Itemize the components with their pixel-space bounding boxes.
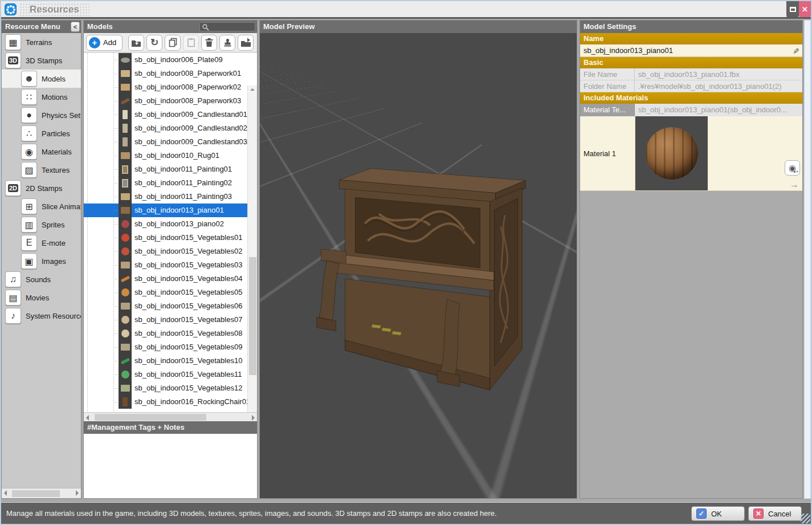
hscroll-thumb[interactable]: [95, 414, 206, 421]
motions-icon: ∷: [21, 89, 37, 105]
model-list-item[interactable]: sb_obj_indoor010_Rug01: [84, 149, 247, 162]
apply-material-button[interactable]: ◉↩: [785, 160, 800, 176]
ok-button[interactable]: ✓ OK: [691, 506, 745, 521]
model-list-item[interactable]: sb_obj_indoor015_Vegetables01: [84, 231, 247, 245]
model-list-item[interactable]: sb_obj_indoor013_piano01: [84, 204, 247, 217]
sidebar-item-system-resources[interactable]: ♪System Resources: [2, 307, 81, 325]
settings-scrollbar-track[interactable]: [804, 20, 811, 499]
model-list-item[interactable]: sb_obj_indoor011_Painting02: [84, 176, 247, 190]
piano-model[interactable]: [260, 33, 577, 498]
model-list-item[interactable]: sb_obj_indoor015_Vegetables05: [84, 286, 247, 299]
model-list-item[interactable]: sb_obj_indoor008_Paperwork03: [84, 94, 247, 108]
stamp-button[interactable]: [219, 35, 235, 51]
sidebar-item-motions[interactable]: ∷Motions: [2, 88, 81, 106]
vscroll-thumb[interactable]: [249, 257, 256, 375]
thumbnail-shape: [123, 124, 128, 133]
model-list-hscrollbar[interactable]: [84, 412, 257, 421]
model-list-vscrollbar[interactable]: [247, 86, 257, 412]
file-name-row: File Name sb_obj_indoor013_piano01.fbx: [580, 68, 802, 80]
thumbnail-shape: [121, 316, 129, 324]
model-list-item[interactable]: sb_obj_indoor009_Candlestand01: [84, 108, 247, 121]
sidebar-item-sprites[interactable]: ▥Sprites: [2, 215, 81, 234]
sounds-icon: ♫: [5, 271, 21, 287]
model-list-item[interactable]: sb_obj_indoor009_Candlestand02: [84, 121, 247, 135]
scroll-left-icon[interactable]: [86, 415, 89, 421]
sidebar-item-label: Images: [42, 257, 66, 266]
model-preview-viewport[interactable]: [260, 33, 577, 498]
sidebar-item-particles[interactable]: ∴Particles: [2, 124, 81, 143]
material-1-preview[interactable]: [635, 116, 708, 190]
sidebar-item-label: Sprites: [42, 221, 64, 229]
model-list-item[interactable]: sb_obj_indoor015_Vegetables03: [84, 258, 247, 272]
search-input[interactable]: [199, 22, 255, 31]
sidebar-item-label: E-mote: [42, 239, 66, 247]
model-list-item[interactable]: sb_obj_indoor016_RockingChair01: [84, 395, 247, 409]
resource-menu-panel: Resource Menu < ▦Terrains3D3D Stamps☻Mod…: [1, 20, 81, 499]
edit-pen-icon[interactable]: ✎: [793, 45, 799, 58]
resize-grip[interactable]: [801, 514, 810, 523]
maximize-button[interactable]: [786, 1, 799, 18]
slice-animations-icon: ⊞: [21, 198, 37, 214]
model-name-field[interactable]: sb_obj_indoor013_piano01 ✎: [580, 44, 802, 57]
sidebar-item-materials[interactable]: ◉Materials: [2, 143, 81, 161]
sidebar-item-3d-stamps[interactable]: 3D3D Stamps: [2, 51, 81, 70]
sidebar-item-movies[interactable]: ▤Movies: [2, 288, 81, 307]
model-list-item[interactable]: sb_obj_indoor015_Vegetables04: [84, 272, 247, 286]
collapse-sidebar-button[interactable]: <: [71, 22, 80, 32]
model-list-item[interactable]: sb_obj_indoor015_Vegetables09: [84, 340, 247, 354]
model-list-item[interactable]: sb_obj_indoor015_Vegetables10: [84, 354, 247, 368]
model-list-item[interactable]: sb_obj_indoor015_Vegetables11: [84, 368, 247, 381]
model-list-item[interactable]: sb_obj_indoor015_Vegetables08: [84, 327, 247, 340]
titlebar[interactable]: Resources ✕: [1, 1, 811, 17]
scroll-up-icon[interactable]: [250, 88, 255, 91]
sidebar-item-physics-settings[interactable]: ●Physics Settings: [2, 106, 81, 124]
scroll-right-icon[interactable]: [76, 490, 79, 496]
maximize-icon: [790, 7, 796, 12]
sidebar-hscrollbar[interactable]: [2, 488, 81, 498]
refresh-button[interactable]: ↻: [146, 35, 162, 51]
tree-connector: [84, 231, 119, 245]
sidebar-item-e-mote[interactable]: EE-mote: [2, 234, 81, 252]
model-list-item[interactable]: sb_obj_indoor011_Painting01: [84, 162, 247, 176]
sidebar-item-models[interactable]: ☻Models: [2, 70, 81, 88]
model-list-item[interactable]: sb_obj_indoor008_Paperwork01: [84, 67, 247, 80]
tree-connector: [84, 135, 119, 149]
copy-button[interactable]: [165, 35, 181, 51]
content-area: Resource Menu < ▦Terrains3D3D Stamps☻Mod…: [1, 19, 811, 502]
models-panel: Models + Add: [83, 20, 258, 499]
model-list-item[interactable]: sb_obj_indoor009_Candlestand03: [84, 135, 247, 149]
cancel-button[interactable]: ✕ Cancel: [748, 506, 802, 521]
new-folder-button[interactable]: [128, 35, 144, 51]
scroll-right-icon[interactable]: [252, 415, 255, 421]
model-list-item[interactable]: sb_obj_indoor006_Plate09: [84, 53, 247, 67]
model-item-label: sb_obj_indoor015_Vegetables12: [132, 381, 247, 395]
export-button[interactable]: [238, 35, 254, 51]
close-button[interactable]: ✕: [799, 1, 811, 18]
model-list-item[interactable]: sb_obj_indoor015_Vegetables02: [84, 245, 247, 258]
next-arrow-icon[interactable]: →: [790, 180, 799, 189]
sidebar-item-textures[interactable]: ▨Textures: [2, 161, 81, 179]
included-materials-header: Included Materials: [580, 92, 802, 104]
physics-settings-icon: ●: [21, 107, 37, 123]
model-list-item[interactable]: sb_obj_indoor008_Paperwork02: [84, 80, 247, 94]
model-list-item[interactable]: sb_obj_indoor013_piano02: [84, 217, 247, 231]
model-list-item[interactable]: sb_obj_indoor015_Vegetables12: [84, 381, 247, 395]
scroll-left-icon[interactable]: [4, 490, 7, 496]
delete-button[interactable]: [201, 35, 217, 51]
add-button[interactable]: + Add: [86, 35, 123, 51]
management-tags-notes-area[interactable]: [84, 434, 257, 498]
thumbnail-shape: [121, 329, 129, 337]
model-list-item[interactable]: sb_obj_indoor011_Painting03: [84, 190, 247, 204]
tree-connector: [84, 217, 119, 231]
sidebar-item-sounds[interactable]: ♫Sounds: [2, 270, 81, 288]
model-item-label: sb_obj_indoor011_Painting03: [132, 190, 247, 204]
model-list-item[interactable]: sb_obj_indoor015_Vegetables06: [84, 299, 247, 313]
sidebar-hscroll-thumb[interactable]: [12, 490, 60, 497]
sidebar-item-2d-stamps[interactable]: 2D2D Stamps: [2, 179, 81, 197]
thumbnail-shape: [121, 152, 130, 159]
sidebar-item-slice-animations[interactable]: ⊞Slice Animations: [2, 197, 81, 215]
paste-button[interactable]: [183, 35, 199, 51]
model-list-item[interactable]: sb_obj_indoor015_Vegetables07: [84, 313, 247, 327]
sidebar-item-terrains[interactable]: ▦Terrains: [2, 33, 81, 51]
sidebar-item-images[interactable]: ▣Images: [2, 252, 81, 270]
